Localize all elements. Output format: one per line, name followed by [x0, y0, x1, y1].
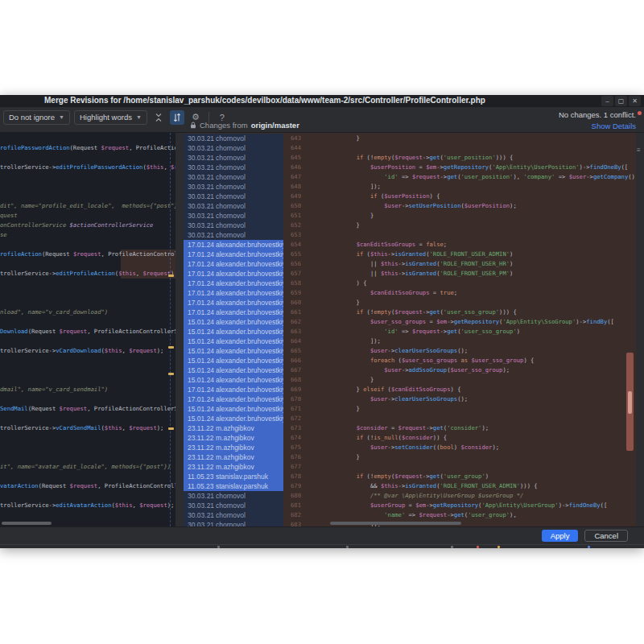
- code-line: if (!empty($request->get('user_sso_group…: [328, 308, 636, 317]
- annotation-row[interactable]: 17.01.24alexander.bruhovestkiy: [184, 298, 283, 308]
- left-code-pane[interactable]: rofilePasswordAction(Request $request, P…: [0, 133, 175, 526]
- annotation-author: chornovol: [216, 192, 283, 200]
- annotation-row[interactable]: 30.03.21chornovol: [184, 182, 283, 192]
- code-line: dmail", name="v_card_sendmail"): [0, 385, 175, 394]
- annotation-row[interactable]: 23.11.22m.azhgibkov: [184, 443, 283, 452]
- right-code-pane[interactable]: } if (!empty($request->get('user_positio…: [322, 133, 636, 526]
- annotation-row[interactable]: 17.01.24alexander.bruhovestkiy: [184, 279, 283, 288]
- annotation-row[interactable]: 15.01.24alexander.bruhovestkiy: [184, 414, 283, 423]
- annotation-row[interactable]: 30.03.21chornovol: [184, 153, 283, 163]
- annotation-row[interactable]: 15.01.24alexander.bruhovestkiy: [184, 336, 283, 346]
- code-line: ]);: [328, 182, 636, 192]
- annotation-row[interactable]: 23.11.22m.azhgibkov: [184, 462, 283, 472]
- annotation-row[interactable]: 30.03.21chornovol: [184, 211, 283, 221]
- line-number: 680: [283, 491, 322, 501]
- pane-divider: [175, 133, 184, 526]
- horizontal-scrollbar[interactable]: [2, 522, 52, 525]
- annotation-date: 15.01.24: [184, 357, 216, 365]
- line-number: 683: [283, 520, 322, 526]
- annotation-row[interactable]: 23.11.22m.azhgibkov: [184, 452, 283, 462]
- ignore-policy-label: Do not ignore: [9, 113, 55, 122]
- dialog-titlebar[interactable]: Merge Revisions for /home/stanislav_pars…: [0, 95, 644, 107]
- annotation-row[interactable]: 15.01.24alexander.bruhovestkiy: [184, 327, 283, 336]
- maximize-button[interactable]: ▢: [615, 96, 627, 106]
- annotation-row[interactable]: 30.03.21chornovol: [184, 134, 283, 143]
- cancel-button[interactable]: Cancel: [584, 530, 628, 542]
- annotation-row[interactable]: 30.03.21chornovol: [184, 520, 283, 526]
- annotation-author: alexander.bruhovestkiy: [216, 328, 283, 336]
- annotation-row[interactable]: 30.03.21chornovol: [184, 501, 283, 510]
- annotation-row[interactable]: 17.01.24alexander.bruhovestkiy: [184, 385, 283, 394]
- annotation-date: 30.03.21: [184, 192, 216, 200]
- annotation-row[interactable]: 30.03.21chornovol: [184, 163, 283, 172]
- annotation-row[interactable]: 17.01.24alexander.bruhovestkiy: [184, 240, 283, 250]
- annotation-row[interactable]: 17.01.24alexander.bruhovestkiy: [184, 288, 283, 298]
- line-number: 658: [283, 279, 322, 288]
- annotation-row[interactable]: 30.03.21chornovol: [184, 491, 283, 501]
- code-line: [0, 153, 175, 163]
- code-line: /** @var \App\Entity\UserGroup $userGrou…: [328, 491, 636, 501]
- annotation-author: alexander.bruhovestkiy: [216, 299, 283, 307]
- code-line: $canEditSsoGroups = true;: [328, 288, 636, 298]
- ignore-policy-dropdown[interactable]: Do not ignore ▼: [3, 110, 70, 125]
- code-line: 'id' => $request->get('user_sso_group'): [328, 327, 636, 336]
- annotation-row[interactable]: 30.03.21chornovol: [184, 510, 283, 520]
- annotation-date: 30.03.21: [184, 221, 216, 229]
- annotation-row[interactable]: 17.01.24alexander.bruhovestkiy: [184, 250, 283, 259]
- annotation-date: 30.03.21: [184, 202, 216, 210]
- annotation-row[interactable]: 17.01.24alexander.bruhovestkiy: [184, 269, 283, 279]
- annotation-row[interactable]: 23.11.22m.azhgibkov: [184, 433, 283, 443]
- status-fragment: [497, 546, 500, 548]
- annotation-row[interactable]: 30.03.21chornovol: [184, 143, 283, 153]
- line-number: 671: [283, 404, 322, 414]
- code-line: dit", name="profile_edit_locale", method…: [0, 201, 175, 211]
- line-number: 655: [283, 250, 322, 259]
- annotation-row[interactable]: 15.01.24alexander.bruhovestkiy: [184, 365, 283, 375]
- code-line: 'name' => $request->get('user_group'),: [328, 510, 636, 520]
- collapse-unchanged-icon[interactable]: [151, 110, 166, 125]
- close-button[interactable]: ✕: [629, 96, 641, 106]
- annotation-date: 15.01.24: [184, 318, 216, 326]
- scrollbar-thumb-inner: [628, 391, 632, 414]
- annotation-row[interactable]: 30.03.21chornovol: [184, 201, 283, 211]
- annotation-date: 30.03.21: [184, 502, 216, 510]
- annotation-row[interactable]: 30.03.21chornovol: [184, 172, 283, 182]
- annotation-author: alexander.bruhovestkiy: [216, 318, 283, 326]
- code-line: [0, 452, 175, 462]
- annotation-row[interactable]: 15.01.24alexander.bruhovestkiy: [184, 375, 283, 385]
- annotation-row[interactable]: 11.05.23stanislav.parshuk: [184, 472, 283, 481]
- sync-scrolling-icon[interactable]: [170, 110, 184, 125]
- code-line: }: [328, 298, 636, 308]
- annotation-row[interactable]: 17.01.24alexander.bruhovestkiy: [184, 394, 283, 404]
- dialog-title: Merge Revisions for /home/stanislav_pars…: [44, 96, 485, 105]
- annotation-row[interactable]: 15.01.24alexander.bruhovestkiy: [184, 346, 283, 356]
- line-number: 666: [283, 356, 322, 365]
- annotation-row[interactable]: 11.05.23stanislav.parshuk: [184, 481, 283, 491]
- annotation-row[interactable]: 15.01.24alexander.bruhovestkiy: [184, 404, 283, 414]
- annotation-author: alexander.bruhovestkiy: [216, 415, 283, 423]
- annotation-row[interactable]: 15.01.24alexander.bruhovestkiy: [184, 317, 283, 327]
- annotation-row[interactable]: 30.03.21chornovol: [184, 230, 283, 240]
- horizontal-scrollbar[interactable]: [330, 522, 461, 525]
- annotation-row[interactable]: 30.03.21chornovol: [184, 192, 283, 201]
- line-number: 669: [283, 385, 322, 394]
- annotation-date: 15.01.24: [184, 376, 216, 384]
- annotation-date: 30.03.21: [184, 134, 216, 142]
- annotation-row[interactable]: 30.03.21chornovol: [184, 221, 283, 230]
- annotation-author: chornovol: [216, 221, 283, 229]
- annotation-author: stanislav.parshuk: [216, 473, 283, 481]
- show-details-link[interactable]: Show Details: [559, 122, 636, 130]
- code-line: [0, 472, 175, 481]
- code-line: $user->addSsoGroup($user_sso_group);: [328, 365, 636, 375]
- minimize-button[interactable]: –: [601, 96, 613, 106]
- apply-button[interactable]: Apply: [542, 530, 579, 542]
- line-number: 662: [283, 317, 322, 327]
- annotation-row[interactable]: 23.11.22m.azhgibkov: [184, 423, 283, 433]
- annotation-row[interactable]: 17.01.24alexander.bruhovestkiy: [184, 308, 283, 317]
- highlight-mode-dropdown[interactable]: Highlight words ▼: [74, 110, 147, 125]
- annotation-author: chornovol: [216, 502, 283, 510]
- vertical-scrollbar[interactable]: [626, 353, 634, 451]
- hamburger-icon[interactable]: ≡: [637, 147, 641, 154]
- annotation-row[interactable]: 15.01.24alexander.bruhovestkiy: [184, 356, 283, 365]
- annotation-row[interactable]: 17.01.24alexander.bruhovestkiy: [184, 259, 283, 269]
